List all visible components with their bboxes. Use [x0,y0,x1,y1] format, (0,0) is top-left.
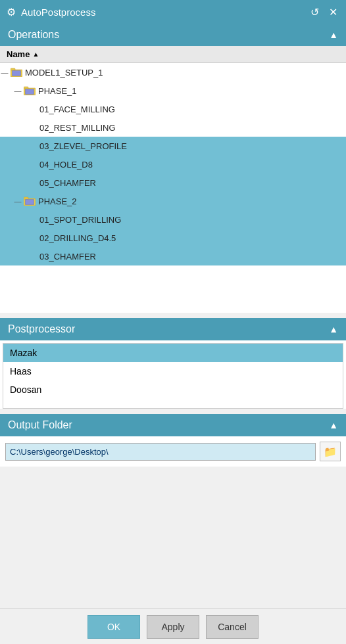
ops-table-header: Name ▲ [0,46,346,63]
reset-button[interactable]: ↺ [308,6,321,18]
svg-rect-9 [26,89,34,94]
cancel-button[interactable]: Cancel [206,615,259,639]
title-bar: ⚙ AutoPostprocess ↺ ✕ [0,0,346,24]
toggle-phase2: — [13,196,22,206]
browse-icon: 📁 [324,446,337,458]
tree-item-phase1[interactable]: — PHASE_1 [0,81,346,100]
folder-icon-phase1 [24,86,36,95]
operations-section: Operations ▲ Name ▲ — MODE [0,24,346,313]
tree-item-op5[interactable]: 05_CHAMFER [0,173,346,192]
postprocessor-section: Postprocessor ▲ Mazak Haas Doosan [0,318,346,409]
op8-label: 03_CHAMFER [39,252,96,262]
close-button[interactable]: ✕ [326,6,339,18]
tree-item-op1[interactable]: 01_FACE_MILLING [0,100,346,118]
output-folder-section: Output Folder ▲ 📁 [0,414,346,467]
tree-item-op4[interactable]: 04_HOLE_D8 [0,155,346,173]
title-bar-controls: ↺ ✕ [308,6,339,18]
tree-item-phase2[interactable]: — PHASE_2 [0,192,346,210]
toggle-model1: — [0,68,9,77]
op3-label: 03_ZLEVEL_PROFILE [39,141,127,151]
op5-label: 05_CHAMFER [39,178,96,188]
browse-button[interactable]: 📁 [320,442,341,461]
output-folder-header[interactable]: Output Folder ▲ [0,414,346,436]
postprocessor-label: Postprocessor [8,323,75,335]
postprocessor-header[interactable]: Postprocessor ▲ [0,318,346,340]
content-area: Operations ▲ Name ▲ — MODE [0,24,346,609]
output-folder-chevron: ▲ [329,420,338,430]
postprocessor-list: Mazak Haas Doosan [3,343,343,409]
svg-rect-7 [24,87,28,89]
app-icon: ⚙ [7,6,16,18]
app-title: AutoPostprocess [21,7,308,18]
tree-item-op6[interactable]: 01_SPOT_DRILLING [0,210,346,229]
folder-icon-model1 [11,68,22,77]
ops-tree: — MODEL1_SETUP_1 — [0,63,346,313]
folder-icon-phase2 [24,196,36,206]
op4-label: 04_HOLE_D8 [39,160,93,170]
op7-label: 02_DRILLING_D4.5 [39,233,116,243]
tree-item-op2[interactable]: 02_REST_MILLING [0,118,346,137]
operations-chevron: ▲ [329,30,338,40]
svg-rect-14 [26,200,34,204]
postprocessor-chevron: ▲ [329,324,338,334]
output-path-input[interactable] [5,443,316,461]
tree-item-op8[interactable]: 03_CHAMFER [0,247,346,265]
op1-label: 01_FACE_MILLING [39,104,115,114]
model1-setup-label: MODEL1_SETUP_1 [25,68,103,78]
svg-rect-12 [24,197,28,199]
output-folder-label: Output Folder [8,419,72,431]
ok-button[interactable]: OK [87,615,140,639]
name-column-label: Name [7,49,30,59]
bottom-bar: OK Apply Cancel [0,609,346,644]
svg-rect-2 [11,68,15,70]
output-path-row: 📁 [0,436,346,467]
tree-item-op7[interactable]: 02_DRILLING_D4.5 [0,229,346,247]
pp-item-mazak[interactable]: Mazak [3,344,343,362]
toggle-phase1: — [13,86,22,95]
op6-label: 01_SPOT_DRILLING [39,215,121,225]
phase2-label: PHASE_2 [38,196,77,206]
apply-button[interactable]: Apply [147,615,199,639]
pp-item-doosan[interactable]: Doosan [3,380,343,399]
op2-label: 02_REST_MILLING [39,123,116,133]
operations-header[interactable]: Operations ▲ [0,24,346,46]
tree-item-model1-setup[interactable]: — MODEL1_SETUP_1 [0,63,346,81]
svg-rect-4 [12,71,20,76]
phase1-label: PHASE_1 [38,86,77,96]
sort-icon: ▲ [32,51,39,58]
pp-item-haas[interactable]: Haas [3,362,343,380]
tree-item-op3[interactable]: 03_ZLEVEL_PROFILE [0,137,346,155]
operations-label: Operations [8,29,59,41]
